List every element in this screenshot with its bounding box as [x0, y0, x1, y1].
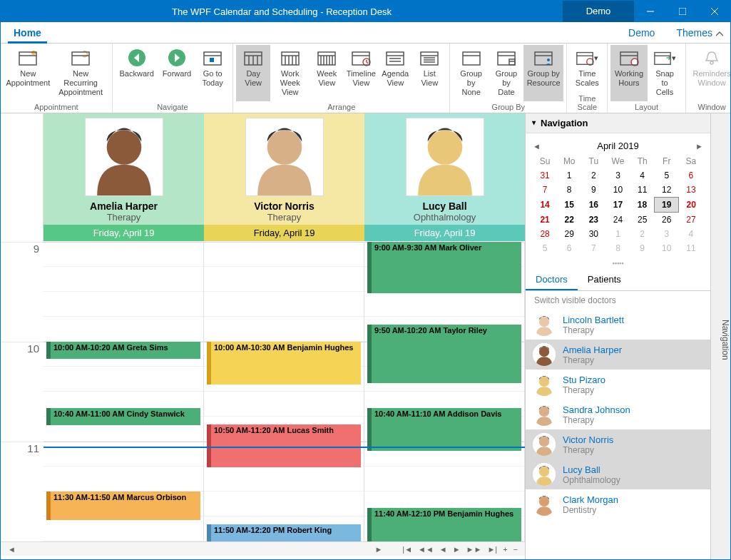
calendar-day[interactable]: 31 — [533, 168, 557, 183]
schedule-column[interactable]: 10:00 AM-10:20 AM Greta Sims10:40 AM-11:… — [44, 242, 204, 541]
schedule-grid[interactable]: 10:00 AM-10:20 AM Greta Sims10:40 AM-11:… — [44, 242, 525, 541]
group-resource-button[interactable]: Group byResource — [523, 45, 563, 101]
forward-button[interactable]: Forward — [158, 45, 195, 101]
scroll-left-icon[interactable]: ◄ — [5, 545, 19, 554]
calendar-day[interactable]: 4 — [630, 168, 655, 183]
snap-cells-button[interactable]: ▾Snap toCells — [648, 45, 683, 101]
timeline-view-button[interactable]: TimelineView — [344, 45, 378, 101]
calendar-day[interactable]: 1 — [557, 168, 581, 183]
appointment[interactable]: 10:50 AM-11:20 AM Lucas Smith — [207, 424, 361, 467]
appointment[interactable]: 9:00 AM-9:30 AM Mark Oliver — [367, 242, 521, 293]
nav-next-fast-icon[interactable]: ►► — [464, 545, 485, 554]
nav-prev-fast-icon[interactable]: ◄◄ — [415, 545, 436, 554]
calendar-day[interactable]: 5 — [655, 168, 679, 183]
day-view-button[interactable]: DayView — [236, 45, 270, 101]
calendar-day[interactable]: 27 — [679, 213, 703, 228]
calendar-day[interactable]: 15 — [557, 198, 581, 213]
calendar-day[interactable]: 3 — [655, 227, 679, 241]
list-view-button[interactable]: ListView — [412, 45, 446, 101]
mini-calendar-grid[interactable]: SuMoTuWeThFrSa31123456789101112131415161… — [533, 154, 703, 255]
backward-button[interactable]: Backward — [116, 45, 158, 101]
calendar-day[interactable]: 8 — [557, 183, 581, 198]
appointment[interactable]: 10:40 AM-11:00 AM Cindy Stanwick — [46, 408, 200, 425]
calendar-day[interactable]: 2 — [630, 227, 655, 241]
calendar-day[interactable]: 9 — [630, 241, 655, 255]
calendar-day[interactable]: 13 — [679, 183, 703, 198]
scroll-right-icon[interactable]: ► — [372, 545, 385, 554]
collapse-ribbon-icon[interactable] — [716, 28, 723, 41]
navigation-header[interactable]: Navigation — [526, 113, 710, 133]
work-week-view-button[interactable]: Work WeekView — [270, 45, 310, 101]
working-hours-button[interactable]: WorkingHours — [610, 45, 647, 101]
calendar-day[interactable]: 3 — [605, 168, 630, 183]
ribbon-link-demo[interactable]: Demo — [628, 27, 655, 39]
appointment[interactable]: 11:30 AM-11:50 AM Marcus Orbison — [46, 492, 200, 520]
nav-next-icon[interactable]: ► — [450, 545, 464, 554]
go-today-button[interactable]: Go toToday — [195, 45, 230, 101]
calendar-day[interactable]: 2 — [581, 168, 605, 183]
nav-last-icon[interactable]: ►| — [484, 545, 500, 554]
doctor-list-item[interactable]: Victor NorrisTherapy — [526, 429, 710, 459]
calendar-day[interactable]: 10 — [605, 183, 630, 198]
appointment[interactable]: 10:40 AM-11:10 AM Addison Davis — [367, 408, 521, 451]
calendar-day[interactable]: 9 — [581, 183, 605, 198]
calendar-day[interactable]: 25 — [630, 213, 655, 228]
schedule-column[interactable]: 9:00 AM-9:30 AM Mark Oliver9:50 AM-10:20… — [364, 242, 525, 541]
calendar-day[interactable]: 22 — [557, 213, 581, 228]
calendar-day[interactable]: 5 — [533, 241, 557, 255]
ribbon-tab-home[interactable]: Home — [8, 22, 47, 44]
appointment[interactable]: 10:00 AM-10:20 AM Greta Sims — [46, 342, 200, 359]
calendar-day[interactable]: 28 — [533, 227, 557, 241]
ribbon-link-themes[interactable]: Themes — [676, 27, 712, 39]
prev-month-icon[interactable]: ◄ — [533, 142, 541, 151]
minimize-button[interactable] — [634, 1, 666, 22]
zoom-out-icon[interactable]: − — [511, 545, 521, 554]
maximize-button[interactable] — [666, 1, 698, 22]
calendar-day[interactable]: 24 — [605, 213, 630, 228]
calendar-day[interactable]: 1 — [605, 227, 630, 241]
appointment[interactable]: 10:00 AM-10:30 AM Benjamin Hughes — [207, 342, 361, 385]
doctor-list-item[interactable]: Clark MorganDentistry — [526, 489, 710, 519]
close-button[interactable] — [698, 1, 730, 22]
doctors-tab[interactable]: Doctors — [526, 270, 578, 290]
new-recurring-button[interactable]: New RecurringAppointment — [53, 45, 109, 101]
calendar-day[interactable]: 19 — [655, 198, 679, 213]
appointment[interactable]: 11:40 AM-12:10 PM Benjamin Hughes — [367, 508, 521, 541]
time-scales-button[interactable]: ▾TimeScales — [570, 45, 604, 93]
nav-prev-icon[interactable]: ◄ — [436, 545, 450, 554]
calendar-day[interactable]: 18 — [630, 198, 655, 213]
new-appointment-button[interactable]: NewAppointment — [4, 45, 53, 101]
navigation-vertical-tab[interactable]: Navigation — [710, 113, 730, 559]
calendar-day[interactable]: 6 — [557, 241, 581, 255]
schedule-column[interactable]: 10:00 AM-10:30 AM Benjamin Hughes10:50 A… — [204, 242, 364, 541]
appointment[interactable]: 9:50 AM-10:20 AM Taylor Riley — [367, 325, 521, 383]
doctor-list-item[interactable]: Stu PizaroTherapy — [526, 370, 710, 399]
calendar-day[interactable]: 21 — [533, 213, 557, 228]
calendar-day[interactable]: 30 — [581, 227, 605, 241]
calendar-day[interactable]: 11 — [679, 241, 703, 255]
doctor-list-item[interactable]: Lucy BallOphthalmology — [526, 459, 710, 489]
appointment[interactable]: 11:50 AM-12:20 PM Robert King — [207, 524, 361, 541]
calendar-day[interactable]: 20 — [679, 198, 703, 213]
doctor-list-item[interactable]: Sandra JohnsonTherapy — [526, 399, 710, 429]
doctor-list-item[interactable]: Amelia HarperTherapy — [526, 340, 710, 370]
nav-first-icon[interactable]: |◄ — [399, 545, 415, 554]
calendar-day[interactable]: 4 — [679, 227, 703, 241]
calendar-day[interactable]: 7 — [581, 241, 605, 255]
week-view-button[interactable]: WeekView — [310, 45, 344, 101]
calendar-day[interactable]: 17 — [605, 198, 630, 213]
calendar-day[interactable]: 29 — [557, 227, 581, 241]
patients-tab[interactable]: Patients — [578, 270, 631, 290]
demo-mode-tab[interactable]: Demo — [563, 1, 634, 22]
calendar-day[interactable]: 14 — [533, 198, 557, 213]
calendar-day[interactable]: 8 — [605, 241, 630, 255]
calendar-day[interactable]: 7 — [533, 183, 557, 198]
calendar-day[interactable]: 23 — [581, 213, 605, 228]
agenda-view-button[interactable]: AgendaView — [378, 45, 412, 101]
next-month-icon[interactable]: ► — [695, 142, 703, 151]
calendar-day[interactable]: 12 — [655, 183, 679, 198]
calendar-day[interactable]: 16 — [581, 198, 605, 213]
doctor-list-item[interactable]: Lincoln BartlettTherapy — [526, 310, 710, 340]
calendar-day[interactable]: 11 — [630, 183, 655, 198]
group-none-button[interactable]: Groupby None — [453, 45, 489, 101]
